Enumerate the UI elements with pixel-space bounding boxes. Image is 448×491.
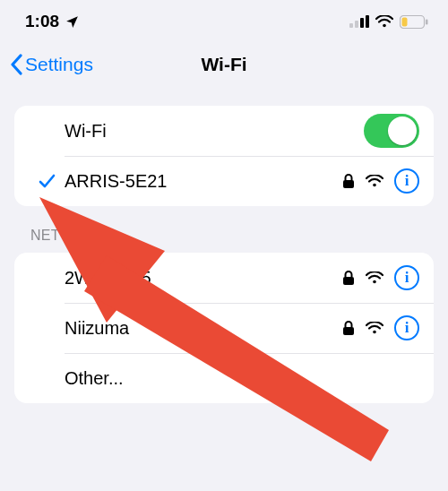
wifi-strength-icon <box>366 175 383 187</box>
cellular-signal-icon <box>349 15 369 28</box>
info-icon[interactable]: i <box>394 315 419 340</box>
lock-icon <box>342 174 355 189</box>
location-arrow-icon <box>65 14 80 30</box>
svg-rect-3 <box>366 15 369 28</box>
svg-rect-0 <box>349 23 353 28</box>
network-row[interactable]: Niizuma i <box>14 303 434 353</box>
other-label: Other... <box>65 368 419 389</box>
status-time: 1:08 <box>25 12 59 31</box>
svg-point-4 <box>383 24 386 28</box>
network-row[interactable]: 2WIRE935 i <box>14 253 434 303</box>
networks-group: 2WIRE935 i Niizuma i Other... <box>14 253 434 403</box>
lock-icon <box>342 271 355 286</box>
connected-network-name: ARRIS-5E21 <box>65 171 342 192</box>
network-name: Niizuma <box>65 318 342 339</box>
svg-point-11 <box>373 280 376 284</box>
wifi-strength-icon <box>366 322 383 334</box>
networks-section-header: NETWORKS <box>30 228 448 244</box>
svg-rect-8 <box>343 180 354 188</box>
lock-icon <box>342 321 355 336</box>
status-left: 1:08 <box>25 12 80 31</box>
wifi-toggle-row: Wi-Fi <box>14 106 434 156</box>
checkmark-icon <box>38 172 56 190</box>
back-button[interactable]: Settings <box>9 54 93 75</box>
wifi-strength-icon <box>366 271 383 284</box>
wifi-icon <box>375 15 393 28</box>
chevron-left-icon <box>9 54 23 75</box>
wifi-toggle[interactable] <box>364 114 419 148</box>
nav-bar: Settings Wi-Fi <box>0 39 448 90</box>
battery-low-icon <box>400 15 428 29</box>
other-network-row[interactable]: Other... <box>14 353 434 403</box>
svg-point-13 <box>373 331 376 334</box>
connected-network-row[interactable]: ARRIS-5E21 i <box>14 156 434 206</box>
page-title: Wi-Fi <box>201 54 246 75</box>
status-bar: 1:08 <box>0 0 448 39</box>
status-right <box>349 15 428 29</box>
wifi-main-group: Wi-Fi ARRIS-5E21 i <box>14 106 434 206</box>
info-icon[interactable]: i <box>394 265 419 290</box>
svg-rect-7 <box>426 19 428 24</box>
wifi-label: Wi-Fi <box>65 121 364 142</box>
svg-rect-1 <box>355 21 358 28</box>
svg-point-9 <box>373 184 376 187</box>
back-label: Settings <box>25 54 93 75</box>
svg-rect-12 <box>343 327 354 335</box>
svg-rect-2 <box>360 18 364 28</box>
info-icon[interactable]: i <box>394 168 419 194</box>
network-name: 2WIRE935 <box>65 268 342 289</box>
svg-rect-10 <box>343 277 354 285</box>
svg-rect-6 <box>402 17 408 26</box>
